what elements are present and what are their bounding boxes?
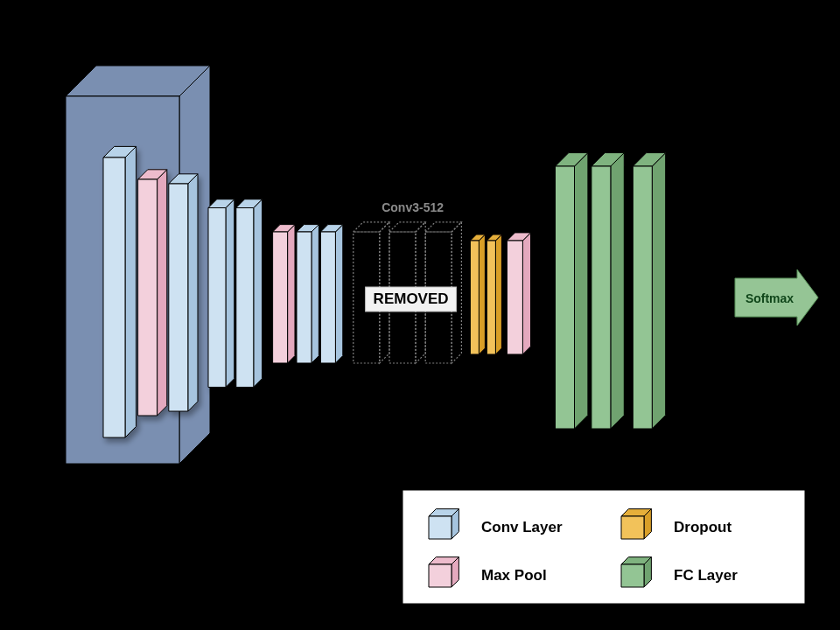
svg-marker-48: [611, 153, 624, 429]
svg-marker-71: [621, 564, 644, 587]
svg-marker-45: [575, 153, 588, 429]
svg-marker-5: [103, 158, 125, 438]
svg-marker-50: [592, 166, 611, 429]
conv-layer: [169, 174, 198, 411]
pool-layer: [273, 225, 295, 363]
svg-marker-15: [254, 200, 262, 388]
svg-text:Softmax: Softmax: [746, 291, 794, 305]
conv-layer: [208, 200, 234, 388]
legend: [402, 490, 805, 604]
conv-layer: [320, 225, 342, 363]
drop-layer: [470, 234, 485, 354]
svg-marker-41: [486, 241, 495, 354]
svg-marker-67: [429, 564, 452, 587]
svg-marker-23: [297, 232, 312, 363]
svg-marker-28: [354, 222, 389, 232]
drop-layer: [486, 234, 501, 354]
conv-layer: [236, 200, 262, 388]
fc-layer: [592, 153, 624, 429]
svg-marker-36: [479, 234, 485, 354]
svg-marker-26: [320, 232, 335, 363]
pool-layer: [507, 233, 530, 354]
svg-text:Conv3-512: Conv3-512: [382, 200, 444, 214]
svg-marker-17: [236, 208, 254, 388]
svg-text:Dropout: Dropout: [674, 519, 732, 536]
svg-marker-34: [425, 222, 461, 232]
pool-layer: [138, 170, 167, 416]
fc-layer: [556, 153, 588, 429]
svg-marker-9: [188, 174, 198, 411]
svg-marker-24: [335, 225, 342, 363]
svg-marker-59: [429, 516, 452, 539]
svg-marker-51: [652, 153, 665, 429]
conv-layer: [103, 146, 136, 438]
svg-marker-12: [226, 200, 234, 388]
svg-marker-63: [621, 516, 644, 539]
svg-marker-20: [273, 232, 288, 363]
svg-marker-8: [138, 179, 158, 416]
fc-layer: [633, 153, 665, 429]
svg-marker-47: [556, 166, 575, 429]
svg-text:REMOVED: REMOVED: [374, 290, 449, 307]
svg-marker-18: [288, 225, 295, 363]
svg-text:Max Pool: Max Pool: [481, 567, 547, 584]
svg-text:FC Layer: FC Layer: [674, 567, 738, 584]
svg-marker-21: [312, 225, 318, 363]
svg-marker-42: [522, 233, 530, 354]
svg-marker-3: [125, 146, 136, 438]
svg-marker-39: [495, 234, 501, 354]
architecture-diagram: Conv3-512REMOVEDSoftmaxConv LayerDropout…: [0, 0, 840, 630]
svg-marker-11: [169, 184, 188, 411]
svg-marker-53: [633, 166, 652, 429]
svg-marker-38: [470, 241, 479, 354]
svg-marker-14: [208, 208, 226, 388]
svg-marker-44: [507, 241, 522, 354]
conv-layer: [297, 225, 318, 363]
svg-marker-6: [158, 170, 167, 416]
svg-marker-31: [389, 222, 425, 232]
svg-text:Conv Layer: Conv Layer: [481, 519, 563, 536]
